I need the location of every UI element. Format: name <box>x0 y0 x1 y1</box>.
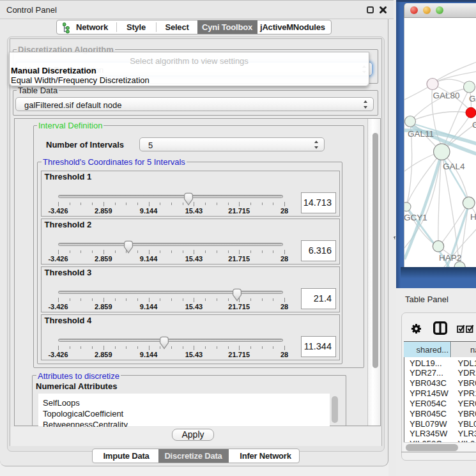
svg-text:H: H <box>470 212 476 222</box>
svg-text:GCY1: GCY1 <box>404 213 427 222</box>
svg-text:GAL80: GAL80 <box>433 91 460 100</box>
svg-text:HAP2: HAP2 <box>439 253 461 263</box>
svg-text:GA: GA <box>469 94 476 104</box>
svg-text:GAL11: GAL11 <box>408 129 434 139</box>
svg-text:G: G <box>472 120 476 130</box>
svg-text:GAL4: GAL4 <box>443 162 465 171</box>
